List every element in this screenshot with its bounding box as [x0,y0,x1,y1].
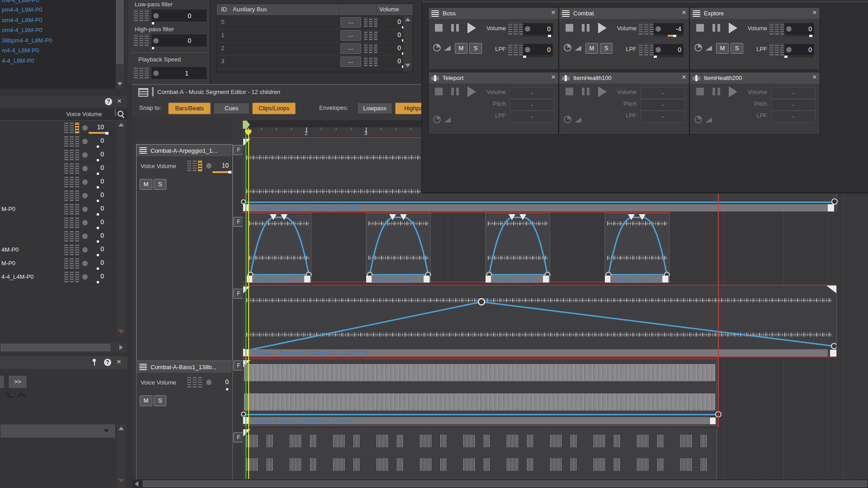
time-settings-icon[interactable] [433,44,441,52]
scroll-down-icon[interactable] [405,64,410,67]
slider-handle[interactable] [548,35,551,37]
volume-envelope-line[interactable] [243,202,834,203]
knob-icon[interactable] [206,163,212,169]
close-icon[interactable]: × [812,9,817,16]
browse-button[interactable]: ... [340,43,361,54]
slider-handle[interactable] [784,56,788,58]
play-button[interactable] [598,86,607,97]
knob-icon[interactable] [525,47,530,52]
search-icon[interactable] [115,108,116,116]
fade-icon[interactable] [575,46,581,51]
close-icon[interactable]: × [117,98,122,104]
aux-volume-value[interactable]: 0 [381,31,401,38]
scroll-up-icon[interactable] [118,123,124,127]
timeline-hscrollbar[interactable] [132,479,868,488]
knob-icon[interactable] [656,26,661,32]
volume-value[interactable]: -4 [653,23,684,35]
play-button[interactable] [467,23,476,33]
entry-cue-line[interactable] [245,120,246,479]
knob-icon[interactable] [656,47,661,52]
scroll-up-icon[interactable] [118,427,124,430]
list-item[interactable]: 4-4_L8M-P0 [2,57,34,66]
clip-handle[interactable] [828,204,834,211]
scroll-down-icon[interactable] [118,330,124,333]
pause-button[interactable] [582,88,590,95]
clip-handle[interactable] [366,276,372,282]
close-icon[interactable]: × [812,74,817,80]
table-row[interactable]: 0 ... 0 [217,16,413,29]
clip-arp-1[interactable]: Combat-A-Arp [247,213,311,282]
track-header-arpeggio[interactable]: Combat-A-Arpeggio1_1... Voice Volume 10 … [136,144,233,361]
stop-button[interactable] [696,24,704,32]
play-button[interactable] [729,23,737,33]
snap-bars-beats-button[interactable]: Bars/Beats [168,103,211,114]
fade-icon[interactable] [444,46,451,51]
track-titlebar[interactable]: Combat-A-Arpeggio1_1... [137,145,231,156]
transport-titlebar[interactable]: ItemHealth100 × [559,72,689,84]
aux-volume-value[interactable]: 0 [381,18,401,25]
snap-clips-loops-button[interactable]: Clips/Loops [252,103,296,114]
stop-button[interactable] [566,88,573,95]
fade-icon[interactable] [444,117,451,122]
voice-list-hscrollbar[interactable] [0,343,127,352]
pause-button[interactable] [451,88,459,95]
playhead-line[interactable] [248,128,249,479]
pause-button[interactable] [582,24,590,32]
clip-label-strip[interactable]: Combat-A-Arp [367,276,430,283]
scroll-down-icon[interactable] [118,479,124,483]
playback-speed-value[interactable]: 1 [151,66,207,80]
voice-row[interactable]: 4-4_L4M-P00 [0,270,116,284]
voice-row[interactable]: 10 [0,121,116,135]
mute-button[interactable]: M [716,43,729,54]
scroll-up-icon[interactable] [405,18,410,21]
help-icon[interactable]: ? [104,359,111,366]
envelope-point[interactable] [831,198,838,205]
clip-label-strip[interactable]: Combat-A-Arp [605,276,669,283]
voice-volume-value[interactable]: 0 [212,378,229,385]
envelope-lowpass-button[interactable]: Lowpass [357,103,392,114]
panel-scrollbar[interactable] [117,424,126,488]
slider-handle[interactable] [228,171,231,174]
clip-handle[interactable] [830,350,836,357]
file-list-scrollbar[interactable] [116,0,124,89]
volume-value[interactable]: 0 [784,23,815,35]
track-header-bass[interactable]: Combat-A-Bass1_138b... Voice Volume 0 M … [136,361,233,481]
clip-arp-2[interactable]: Combat-A-Arp [366,213,431,282]
clip-handle[interactable] [662,276,668,282]
time-settings-icon[interactable] [433,116,441,123]
col-volume[interactable]: Volume [379,6,399,13]
close-icon[interactable]: × [551,9,556,16]
list-item[interactable]: om4-4_L8M-P0 [2,17,42,26]
list-item[interactable]: 38bpm4-4_L8M-P0 [2,37,52,46]
transport-titlebar[interactable]: Combat × [559,8,689,19]
play-button[interactable] [467,86,476,97]
table-row[interactable]: 3 ... 0 [217,55,413,69]
time-settings-icon[interactable] [694,44,702,52]
knob-icon[interactable] [153,70,159,76]
pause-button[interactable] [712,88,720,95]
play-button[interactable] [598,23,607,33]
solo-button[interactable]: S [154,179,166,190]
slider-handle[interactable] [654,56,657,58]
scroll-down-icon[interactable] [117,82,123,86]
knob-icon[interactable] [153,38,159,43]
voice-row[interactable]: 0 [0,148,116,162]
aux-volume-value[interactable]: 0 [381,57,401,65]
clip-handle[interactable] [543,276,549,282]
lpf-value[interactable]: 0 [784,43,815,56]
mute-button[interactable]: M [585,43,598,54]
track-titlebar[interactable]: Combat-A-Bass1_138b... [137,361,231,373]
pause-button[interactable] [712,24,720,32]
clip-label-strip[interactable]: Combat-A-Bass1_138bpm4-4_L8M-P0 [243,417,709,424]
fade-icon[interactable] [705,46,712,51]
voice-volume-value[interactable]: 10 [212,162,229,169]
transport-titlebar[interactable]: ItemHealth200 × [690,72,820,84]
voice-row[interactable]: 0 [0,216,116,230]
clip-label-strip[interactable]: Combat-A-Arp [486,276,550,283]
clip-arp-4[interactable]: Combat-A-Arp [605,213,670,282]
slider-handle[interactable] [523,56,526,58]
help-icon[interactable]: ? [105,98,112,105]
slider-handle[interactable] [226,388,228,390]
mute-button[interactable]: M [140,179,152,190]
table-row[interactable]: 2 ... 0 [217,42,413,56]
